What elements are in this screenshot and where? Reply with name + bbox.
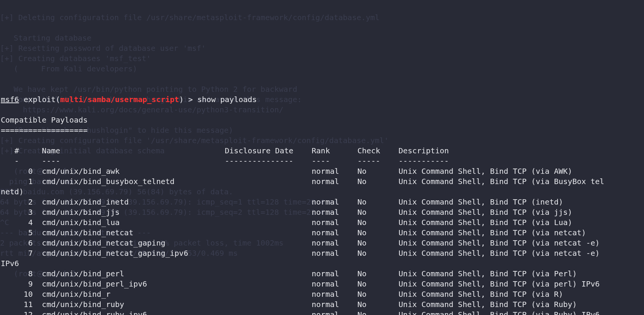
table-header: # Name Disclosure Date Rank Check Descri… [1,146,449,155]
ghost-line: [+] Resetting password of database user … [0,43,644,54]
terminal-output[interactable]: [+] Deleting configuration file /usr/sha… [0,0,644,315]
prompt-prefix: msf6 [1,95,19,104]
prompt-exploit-label: exploit( [24,95,60,104]
prompt-close: ) [179,95,184,104]
ghost-line: [+] Deleting configuration file /usr/sha… [0,13,644,23]
prompt-module: multi/samba/usermap_script [60,95,179,104]
table-header-rule: - ---- --------------- ---- ----- ------… [1,156,449,165]
ghost-line: [+] Creating databases 'msf_test' [0,54,644,64]
ghost-line: Starting database [0,33,644,43]
section-rule: =================== [1,126,88,135]
ghost-line: ( From Kali developers) [0,64,644,74]
payload-list: 0 cmd/unix/bind_awk normal No Unix Comma… [1,167,604,315]
command-text: show payloads [197,95,257,104]
section-heading: Compatible Payloads [1,115,88,124]
